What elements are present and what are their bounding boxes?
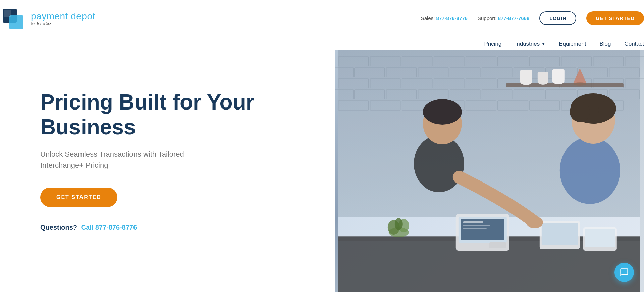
chevron-down-icon: ▼ [541,42,545,46]
chat-widget[interactable] [614,263,634,282]
nav-item-contact[interactable]: Contact [624,38,644,50]
sales-contact: Sales: 877-876-8776 [421,15,468,21]
main-nav: Pricing Industries ▼ Equipment Blog Cont… [0,35,644,50]
brand-word2: depot [71,11,95,21]
hero-scene-svg [335,50,644,292]
support-contact: Support: 877-877-7668 [478,15,529,21]
contact-info: Sales: 877-876-8776 Support: 877-877-766… [421,15,530,21]
questions-label: Questions? [40,224,77,231]
hero-get-started-button[interactable]: GET STARTED [40,188,117,207]
nav-label-pricing: Pricing [484,41,502,47]
nav-label-equipment: Equipment [559,41,586,47]
sales-phone-link[interactable]: 877-876-8776 [436,15,468,21]
svg-rect-89 [338,50,640,292]
nav-item-equipment[interactable]: Equipment [559,38,586,50]
nav-label-industries: Industries [515,41,540,47]
nav-item-industries[interactable]: Industries ▼ [515,38,546,50]
chat-icon [620,268,629,277]
logo[interactable]: payment depot by by stax [0,6,95,30]
logo-icon [0,6,27,30]
svg-rect-1 [9,15,23,29]
site-header: payment depot by by stax Sales: 877-876-… [0,0,644,50]
questions-section: Questions? Call 877-876-8776 [40,224,308,231]
questions-phone-link[interactable]: Call 877-876-8776 [81,224,137,231]
hero-left-panel: Pricing Built for Your Business Unlock S… [0,50,335,292]
svg-rect-2 [4,10,11,17]
header-right: Sales: 877-876-8776 Support: 877-877-766… [421,11,644,25]
hero-image [335,50,644,292]
sales-label: Sales: [421,15,436,21]
nav-label-blog: Blog [599,41,611,47]
nav-item-pricing[interactable]: Pricing [484,38,502,50]
hero-title: Pricing Built for Your Business [40,90,308,139]
nav-label-contact: Contact [624,41,644,47]
main-content: Pricing Built for Your Business Unlock S… [0,50,644,292]
hero-subtitle: Unlock Seamless Transactions with Tailor… [40,149,215,171]
login-button[interactable]: LOGIN [539,11,576,25]
stax-sub: by by stax [31,22,95,25]
hero-title-line2: Business [40,115,136,139]
logo-text: payment depot by by stax [31,11,95,25]
support-phone-link[interactable]: 877-877-7668 [498,15,529,21]
brand-word1: payment [31,11,71,21]
nav-item-blog[interactable]: Blog [599,38,611,50]
header-get-started-button[interactable]: GET STARTED [586,11,644,25]
support-label: Support: [478,15,498,21]
hero-right-panel [335,50,644,292]
brand-name: payment depot [31,11,95,22]
hero-title-line1: Pricing Built for Your [40,90,254,114]
